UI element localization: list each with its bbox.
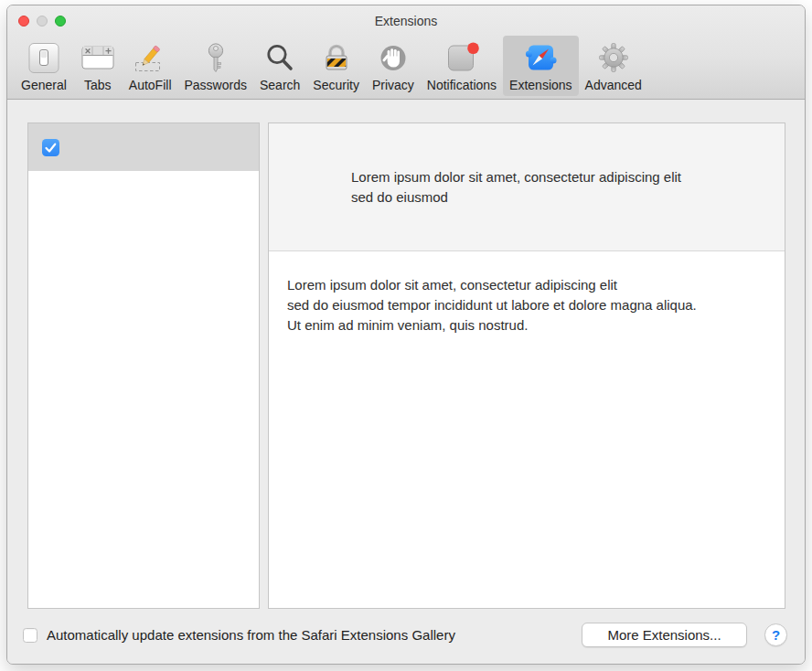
tab-general[interactable]: General — [15, 36, 73, 96]
extension-detail-description: Lorem ipsum dolor sit amet, consectetur … — [269, 251, 785, 359]
extensions-icon — [522, 39, 559, 78]
auto-update-checkbox[interactable] — [23, 628, 37, 643]
preferences-toolbar: General Tabs — [7, 36, 805, 99]
privacy-icon — [378, 39, 409, 78]
auto-update-row[interactable]: Automatically update extensions from the… — [23, 627, 455, 643]
footer-actions: More Extensions... ? — [582, 623, 787, 647]
general-icon — [27, 39, 61, 78]
tab-tabs[interactable]: Tabs — [73, 36, 123, 96]
search-icon — [263, 39, 296, 78]
safari-preferences-window: Extensions General — [6, 5, 806, 665]
extensions-list — [27, 122, 260, 609]
tab-label: Tabs — [84, 78, 112, 93]
detail-header-line: sed do eiusmod — [351, 187, 770, 208]
help-button[interactable]: ? — [764, 623, 787, 646]
extensions-content: Lorem ipsum dolor sit amet, consectetur … — [7, 100, 805, 609]
tab-label: Extensions — [509, 78, 572, 93]
auto-update-label: Automatically update extensions from the… — [47, 627, 455, 643]
notifications-icon — [443, 39, 480, 78]
tabs-icon — [80, 39, 116, 78]
tab-advanced[interactable]: Advanced — [579, 36, 648, 96]
detail-body-line: Lorem ipsum dolor sit amet, consectetur … — [287, 275, 766, 295]
tab-label: Notifications — [427, 78, 497, 93]
tab-notifications[interactable]: Notifications — [421, 36, 503, 96]
detail-header-line: Lorem ipsum dolor sit amet, consectetur … — [351, 167, 770, 187]
tab-search[interactable]: Search — [253, 36, 306, 96]
detail-body-line: Ut enim ad minim veniam, quis nostrud. — [287, 315, 766, 336]
tab-label: Advanced — [585, 78, 642, 93]
tab-label: General — [21, 78, 67, 93]
title-bar[interactable]: Extensions — [7, 5, 805, 36]
tab-label: Passwords — [185, 78, 247, 93]
extension-detail-pane: Lorem ipsum dolor sit amet, consectetur … — [268, 122, 785, 609]
tab-security[interactable]: Security — [306, 36, 366, 96]
tab-extensions[interactable]: Extensions — [503, 36, 578, 96]
autofill-icon — [132, 39, 168, 78]
window-header: Extensions General — [7, 5, 805, 100]
tab-label: Security — [313, 78, 359, 93]
tab-passwords[interactable]: Passwords — [178, 36, 253, 96]
tab-label: Privacy — [372, 78, 414, 93]
security-icon — [321, 39, 352, 78]
passwords-icon — [203, 39, 229, 78]
footer-bar: Automatically update extensions from the… — [7, 609, 805, 665]
tab-label: Search — [260, 78, 300, 93]
tab-privacy[interactable]: Privacy — [366, 36, 421, 96]
extension-detail-header: Lorem ipsum dolor sit amet, consectetur … — [269, 123, 785, 251]
window-title: Extensions — [7, 5, 805, 36]
advanced-icon — [597, 39, 630, 78]
tab-autofill[interactable]: AutoFill — [123, 36, 178, 96]
list-item[interactable] — [28, 123, 259, 171]
more-extensions-button[interactable]: More Extensions... — [582, 623, 747, 647]
extension-enabled-checkbox[interactable] — [42, 139, 59, 156]
tab-label: AutoFill — [129, 78, 172, 93]
detail-body-line: sed do eiusmod tempor incididunt ut labo… — [287, 295, 766, 315]
